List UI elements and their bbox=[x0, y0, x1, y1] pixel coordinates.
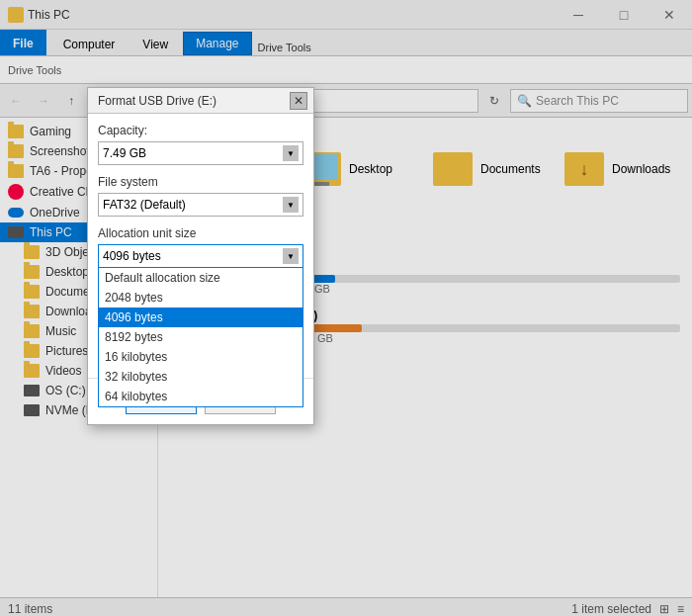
dropdown-item-16kb[interactable]: 16 kilobytes bbox=[99, 347, 303, 367]
alloc-unit-dropdown[interactable]: 4096 bytes ▼ Default allocation size 204… bbox=[98, 244, 303, 268]
dropdown-item-32kb[interactable]: 32 kilobytes bbox=[99, 367, 303, 387]
alloc-arrow: ▼ bbox=[283, 248, 299, 264]
capacity-label: Capacity: bbox=[98, 124, 303, 137]
dropdown-item-8192[interactable]: 8192 bytes bbox=[99, 327, 303, 347]
dropdown-item-4096[interactable]: 4096 bytes bbox=[99, 308, 303, 327]
alloc-unit-trigger[interactable]: 4096 bytes ▼ bbox=[98, 244, 303, 268]
format-dialog: Format USB Drive (E:) ✕ Capacity: 7.49 G… bbox=[87, 87, 314, 425]
capacity-arrow: ▼ bbox=[283, 145, 299, 161]
dropdown-item-2048[interactable]: 2048 bytes bbox=[99, 288, 303, 308]
filesystem-value: FAT32 (Default) bbox=[103, 198, 186, 212]
filesystem-label: File system bbox=[98, 175, 303, 189]
capacity-select[interactable]: 7.49 GB ▼ bbox=[98, 141, 303, 165]
dropdown-item-default[interactable]: Default allocation size bbox=[99, 268, 303, 288]
dialog-title: Format USB Drive (E:) bbox=[98, 94, 216, 108]
dialog-body: Capacity: 7.49 GB ▼ File system FAT32 (D… bbox=[88, 114, 313, 378]
alloc-unit-label: Allocation unit size bbox=[98, 226, 303, 240]
alloc-unit-list: Default allocation size 2048 bytes 4096 … bbox=[98, 268, 303, 407]
alloc-unit-value: 4096 bytes bbox=[103, 249, 161, 263]
filesystem-select[interactable]: FAT32 (Default) ▼ bbox=[98, 193, 303, 217]
filesystem-arrow: ▼ bbox=[283, 197, 299, 213]
dropdown-item-64kb[interactable]: 64 kilobytes bbox=[99, 387, 303, 406]
dialog-title-bar: Format USB Drive (E:) ✕ bbox=[88, 88, 313, 114]
capacity-value: 7.49 GB bbox=[103, 146, 146, 160]
dialog-close-icon[interactable]: ✕ bbox=[290, 92, 307, 110]
